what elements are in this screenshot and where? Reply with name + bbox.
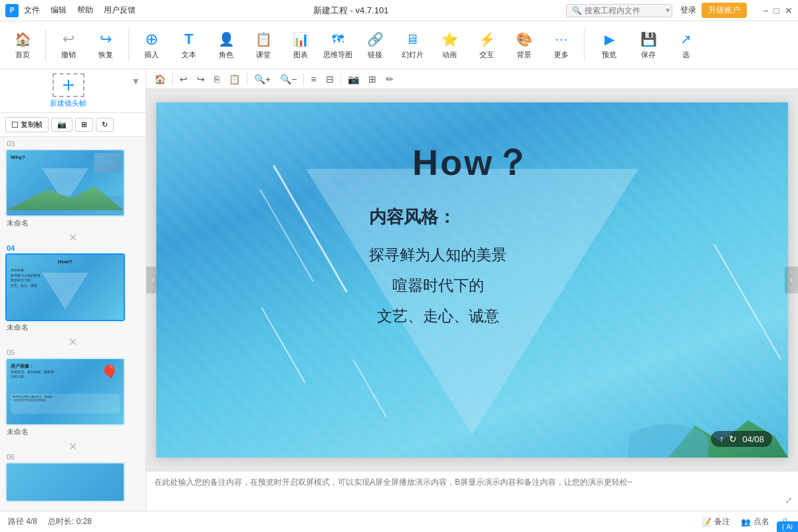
- login-button[interactable]: 登录: [680, 5, 696, 16]
- text-icon: T: [180, 30, 198, 49]
- toolbar-text[interactable]: T 文本: [172, 24, 206, 66]
- toolbar-link[interactable]: 🔗 链接: [358, 24, 392, 66]
- select-icon: ↗: [676, 30, 695, 49]
- slide-label-3: 未命名: [5, 218, 140, 228]
- copy-frame-button[interactable]: ☐ 复制帧: [5, 117, 49, 132]
- toolbar-role[interactable]: 👤 角色: [209, 24, 243, 66]
- ct-undo-icon[interactable]: ↩: [177, 72, 190, 86]
- ct-grid-icon[interactable]: ⊞: [366, 72, 379, 86]
- path-info: 路径 4/8: [8, 516, 37, 527]
- toolbar-chart[interactable]: 📊 图表: [283, 24, 318, 66]
- ai-badge[interactable]: ( Ai: [777, 521, 798, 532]
- toolbar-class[interactable]: 📋 课堂: [246, 24, 281, 66]
- ct-distribute-icon[interactable]: ⊟: [323, 72, 336, 86]
- screenshot-button[interactable]: 📷: [51, 118, 72, 132]
- toolbar-interact[interactable]: ⚡ 交互: [469, 24, 504, 66]
- toolbar-preview[interactable]: ▶ 预览: [590, 24, 628, 66]
- menu-edit[interactable]: 编辑: [51, 5, 66, 16]
- ct-zoom-in-icon[interactable]: 🔍+: [251, 72, 273, 86]
- search-box[interactable]: 🔍 ▼: [566, 4, 672, 17]
- main-area: 新建镜头帧 ▼ ☐ 复制帧 📷 ⊞ ↻ 03: [0, 69, 798, 511]
- search-icon: 🔍: [572, 6, 582, 15]
- link-icon: 🔗: [366, 30, 384, 49]
- toolbar-slide-label: 幻灯片: [402, 50, 424, 60]
- slide-item-5[interactable]: 05 用户画像： 热爱生活、喜欢旅游、拥有独行的人群... 🎈 "有句话让所有人…: [5, 348, 140, 437]
- notes-textarea[interactable]: [154, 477, 790, 505]
- new-frame-button[interactable]: 新建镜头帧: [5, 73, 131, 108]
- slide-item-6[interactable]: 06: [5, 453, 140, 502]
- upgrade-button[interactable]: 升级账户: [702, 3, 747, 18]
- slide-num-6: 06: [5, 453, 140, 461]
- notes-expand-icon[interactable]: ⤢: [785, 495, 793, 505]
- toolbar-mindmap[interactable]: 🗺 思维导图: [321, 24, 355, 66]
- restore-button[interactable]: □: [774, 5, 779, 16]
- slide-content-text: 探寻鲜为人知的美景 喧嚣时代下的 文艺、走心、诚意: [369, 239, 507, 331]
- close-button[interactable]: ✕: [785, 5, 793, 16]
- window-controls: − □ ✕: [763, 5, 793, 16]
- menu-file[interactable]: 文件: [24, 5, 40, 16]
- toolbar-insert[interactable]: ⊕ 插入: [134, 24, 169, 66]
- toolbar-undo[interactable]: ↩ 撤销: [51, 24, 86, 66]
- refresh-button[interactable]: ↻: [96, 118, 114, 132]
- interact-icon: ⚡: [477, 30, 496, 49]
- toolbar: 🏠 首页 ↩ 撤销 ↪ 恢复 ⊕ 插入 T 文本 👤 角色 📋 课堂 📊 图表 …: [0, 21, 798, 69]
- slide-num-5: 05: [5, 348, 140, 356]
- minimize-button[interactable]: −: [763, 5, 768, 16]
- slide-canvas: How？ 内容风格： 探寻鲜为人知的美景 喧嚣时代下的 文艺、走心、诚意 ↑: [156, 102, 788, 458]
- slide-label-5: 未命名: [5, 427, 140, 437]
- toolbar-redo-label: 恢复: [98, 50, 113, 60]
- ct-redo-icon[interactable]: ↪: [194, 72, 207, 86]
- slide-separator-1[interactable]: ✕: [5, 231, 140, 244]
- toolbar-bg[interactable]: 🎨 背景: [507, 24, 541, 66]
- notes-area: ⤢: [146, 471, 798, 511]
- sidebar-collapse-arrow[interactable]: ▼: [131, 76, 140, 86]
- points-label: 点名: [753, 516, 769, 527]
- toolbar-divider-1: [45, 29, 46, 61]
- toolbar-home[interactable]: 🏠 首页: [5, 24, 40, 66]
- points-icon: 👥: [741, 517, 751, 527]
- home-icon: 🏠: [13, 30, 32, 49]
- notes-button[interactable]: 📝 备注: [702, 516, 730, 527]
- toolbar-divider-3: [584, 29, 585, 61]
- ct-align-icon[interactable]: ≡: [308, 72, 319, 86]
- toolbar-mindmap-label: 思维导图: [323, 50, 352, 60]
- sidebar-tools: ☐ 复制帧 📷 ⊞ ↻: [0, 113, 146, 137]
- slide-thumb-4[interactable]: How? 内容风格：探寻鲜为人知的美景喧嚣时代下的文艺、走心、诚意: [5, 253, 125, 321]
- toolbar-select[interactable]: ↗ 选: [668, 24, 703, 66]
- slide-thumb-5[interactable]: 用户画像： 热爱生活、喜欢旅游、拥有独行的人群... 🎈 "有句话让所有人都记住…: [5, 358, 125, 426]
- copy-frame-checkbox[interactable]: ☐: [11, 120, 19, 130]
- menu-feedback[interactable]: 用户反馈: [104, 5, 136, 16]
- ct-sep-4: [340, 73, 341, 85]
- slide-separator-2[interactable]: ✕: [5, 335, 140, 348]
- canvas-right-arrow[interactable]: ›: [785, 267, 798, 293]
- slide-thumb-6[interactable]: [5, 462, 125, 502]
- toolbar-redo[interactable]: ↪ 恢复: [88, 24, 123, 66]
- ct-copy-icon[interactable]: ⎘: [211, 72, 222, 86]
- ct-paste-icon[interactable]: 📋: [226, 72, 243, 86]
- slide-item-3[interactable]: 03 Why? 未命名: [5, 140, 140, 228]
- toolbar-interact-label: 交互: [479, 50, 494, 60]
- points-button[interactable]: 👥 点名: [741, 516, 769, 527]
- search-input[interactable]: [585, 6, 664, 15]
- slide-title: How？: [156, 139, 788, 188]
- ct-zoom-out-icon[interactable]: 🔍−: [277, 72, 299, 86]
- slide-separator-3[interactable]: ✕: [5, 440, 140, 453]
- toolbar-anim[interactable]: ⭐ 动画: [432, 24, 467, 66]
- redo-icon: ↪: [96, 30, 115, 49]
- ct-edit-icon[interactable]: ✏: [383, 72, 396, 86]
- toolbar-slide[interactable]: 🖥 幻灯片: [395, 24, 430, 66]
- toolbar-save[interactable]: 💾 保存: [631, 24, 666, 66]
- more-icon: ⋯: [552, 30, 571, 49]
- menu-help[interactable]: 帮助: [77, 5, 93, 16]
- search-dropdown-icon[interactable]: ▼: [664, 7, 671, 14]
- slide-item-4[interactable]: 04 How? 内容风格：探寻鲜为人知的美景喧嚣时代下的文艺、走心、诚意 未命名: [5, 244, 140, 332]
- layout-button[interactable]: ⊞: [75, 118, 93, 132]
- toolbar-anim-label: 动画: [442, 50, 457, 60]
- refresh2-icon[interactable]: ↻: [729, 434, 737, 444]
- share-icon[interactable]: ↑: [719, 434, 724, 444]
- toolbar-more[interactable]: ⋯ 更多: [544, 24, 579, 66]
- slide-thumb-3[interactable]: Why?: [5, 149, 125, 217]
- ct-camera2-icon[interactable]: 📷: [345, 72, 362, 86]
- duration-info: 总时长: 0:28: [48, 516, 92, 527]
- ct-home-icon[interactable]: 🏠: [152, 72, 168, 86]
